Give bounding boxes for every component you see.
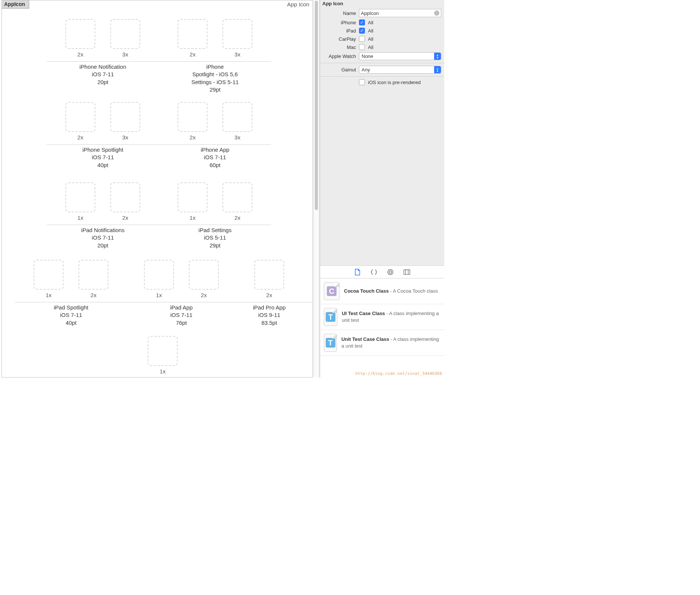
name-label: Name	[320, 10, 356, 16]
device-checkbox[interactable]	[359, 19, 365, 25]
image-well[interactable]	[65, 102, 95, 132]
svg-point-0	[388, 269, 393, 275]
library-item[interactable]: CCocoa Touch Class - A Cocoa Touch class	[320, 278, 444, 304]
separator	[320, 63, 444, 63]
scrollbar-thumb[interactable]	[315, 1, 318, 210]
prerendered-checkbox[interactable]	[359, 79, 365, 85]
library-panel: CCocoa Touch Class - A Cocoa Touch class…	[320, 265, 444, 377]
group-caption: iPhone NotificationiOS 7-1120pt	[47, 63, 159, 86]
name-value: AppIcon	[361, 10, 379, 16]
asset-chip[interactable]: AppIcon	[2, 0, 29, 9]
image-well[interactable]	[110, 182, 140, 212]
image-well[interactable]	[148, 336, 178, 366]
scale-label: 2x	[190, 51, 196, 58]
device-label: Mac	[320, 44, 356, 50]
device-value: All	[368, 20, 373, 25]
device-value: All	[368, 36, 373, 42]
icon-group: 1x2xiPad SettingsiOS 5-1129pt	[159, 182, 271, 249]
template-file-icon: T	[324, 334, 337, 352]
separator	[320, 76, 444, 77]
device-label: iPhone	[320, 20, 356, 25]
inspector-row-prerendered: iOS icon is pre-rendered	[320, 78, 444, 86]
code-snippet-tab-icon[interactable]	[371, 269, 377, 275]
inspector-row-iphone: iPhoneAll	[320, 18, 444, 27]
applewatch-label: Apple Watch	[320, 53, 356, 59]
image-well[interactable]	[65, 19, 95, 49]
image-well[interactable]	[178, 19, 208, 49]
inspector-row-gamut: Gamut Any ▲▼	[320, 65, 444, 75]
image-well[interactable]	[110, 102, 140, 132]
gamut-popup[interactable]: Any ▲▼	[359, 66, 441, 74]
icon-group: 1x2xiPad SpotlightiOS 7-1140pt	[15, 260, 127, 327]
chevron-updown-icon: ▲▼	[434, 53, 441, 60]
scale-label: 2x	[122, 215, 128, 221]
image-well[interactable]	[34, 260, 64, 290]
scale-label: 3x	[122, 134, 128, 141]
device-checkbox[interactable]	[359, 28, 365, 34]
library-tabs	[320, 266, 444, 278]
scale-label: 2x	[190, 134, 196, 141]
icon-group: 2xiPad Pro AppiOS 9-1183.5pt	[217, 260, 313, 327]
image-well[interactable]	[254, 260, 284, 290]
template-file-icon: T	[324, 308, 337, 326]
scale-label: 3x	[234, 134, 240, 141]
image-well[interactable]	[144, 260, 174, 290]
chevron-updown-icon: ▲▼	[434, 66, 441, 73]
library-item-text: UI Test Case Class - A class implementin…	[342, 310, 440, 323]
scale-label: 2x	[201, 292, 207, 298]
file-template-tab-icon[interactable]	[354, 269, 361, 275]
scale-label: 3x	[234, 51, 240, 58]
image-well[interactable]	[178, 182, 208, 212]
library-item[interactable]: TUnit Test Case Class - A class implemen…	[320, 330, 444, 356]
image-well[interactable]	[110, 19, 140, 49]
scale-label: 2x	[77, 134, 83, 141]
scale-label: 2x	[266, 292, 272, 298]
scale-label: 1x	[160, 368, 166, 374]
group-caption: iPhoneSpotlight - iOS 5,6Settings - iOS …	[159, 63, 271, 93]
image-well[interactable]	[222, 102, 252, 132]
group-caption: iPad SpotlightiOS 7-1140pt	[15, 304, 127, 327]
device-label: CarPlay	[320, 36, 356, 42]
applewatch-popup[interactable]: None ▲▼	[359, 52, 441, 60]
object-tab-icon[interactable]	[387, 269, 394, 275]
editor-header: AppIcon App Icon	[2, 0, 312, 9]
icon-group: 1x	[125, 336, 200, 374]
device-checkbox[interactable]	[359, 36, 365, 42]
scale-label: 2x	[90, 292, 96, 298]
library-item-text: Unit Test Case Class - A class implement…	[341, 336, 440, 349]
scale-label: 1x	[190, 215, 196, 221]
icon-group: 2x3xiPhone AppiOS 7-1160pt	[159, 102, 271, 169]
watermark: http://blog.csdn.net/sinat_34440368	[355, 371, 442, 376]
media-tab-icon[interactable]	[403, 269, 410, 275]
scale-label: 1x	[77, 215, 83, 221]
image-well[interactable]	[222, 182, 252, 212]
icon-group: 2x3xiPhone SpotlightiOS 7-1140pt	[47, 102, 159, 169]
inspector-row-applewatch: Apple Watch None ▲▼	[320, 51, 444, 61]
device-checkbox[interactable]	[359, 44, 365, 50]
device-value: All	[368, 28, 373, 34]
group-caption: iPad Pro AppiOS 9-1183.5pt	[217, 304, 313, 327]
name-field[interactable]: AppIcon	[359, 9, 441, 17]
library-item[interactable]: TUI Test Case Class - A class implementi…	[320, 304, 444, 330]
library-list[interactable]: CCocoa Touch Class - A Cocoa Touch class…	[320, 278, 444, 377]
gamut-label: Gamut	[320, 67, 356, 73]
image-well[interactable]	[79, 260, 108, 290]
template-file-icon: C	[324, 282, 340, 300]
library-item-text: Cocoa Touch Class - A Cocoa Touch class	[344, 288, 438, 295]
image-well[interactable]	[189, 260, 219, 290]
image-well[interactable]	[65, 182, 95, 212]
scale-label: 2x	[77, 51, 83, 58]
editor-scrollbar[interactable]	[313, 0, 319, 377]
image-well[interactable]	[178, 102, 208, 132]
group-caption: iPad NotificationsiOS 7-1120pt	[47, 226, 159, 249]
icon-group: 1x2xiPad NotificationsiOS 7-1120pt	[47, 182, 159, 249]
gamut-value: Any	[362, 67, 370, 73]
clear-icon[interactable]	[434, 10, 439, 16]
inspector-row-name: Name AppIcon	[320, 8, 444, 18]
inspector-row-mac: MacAll	[320, 43, 444, 51]
image-well[interactable]	[222, 19, 252, 49]
device-label: iPad	[320, 28, 356, 34]
svg-rect-2	[404, 269, 410, 274]
group-caption: iPhone AppiOS 7-1160pt	[159, 146, 271, 169]
icon-group: 2x3xiPhoneSpotlight - iOS 5,6Settings - …	[159, 19, 271, 93]
